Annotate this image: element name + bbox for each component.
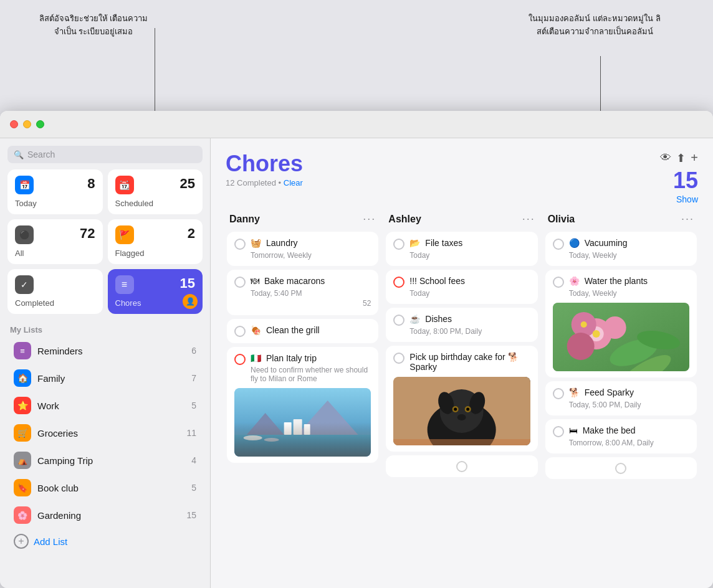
task-emoji-sparky: 🐕 [569, 387, 580, 397]
chores-count: 15 [180, 275, 195, 292]
task-subtitle-macarons: Today, 5:40 PM [234, 289, 371, 298]
smart-card-all[interactable]: ⚫ 72 All [7, 219, 103, 264]
add-list-label: Add List [34, 536, 67, 547]
task-circle-grill[interactable] [234, 326, 246, 337]
smart-card-flagged[interactable]: 🚩 2 Flagged [108, 219, 203, 264]
svg-rect-0 [234, 388, 371, 457]
close-button[interactable] [10, 120, 18, 128]
add-list-button[interactable]: + Add List [4, 529, 206, 554]
all-label: All [15, 249, 95, 258]
smart-card-completed[interactable]: ✓ Completed [7, 269, 103, 314]
task-bake-macarons[interactable]: 🍽 Bake macarons Today, 5:40 PM 52 [227, 270, 378, 315]
task-dishes[interactable]: ☕ Dishes Today, 8:00 PM, Daily [386, 308, 537, 342]
task-title-cake: Pick up birthday cake for 🐕 Sparky [409, 352, 530, 372]
search-input[interactable]: Search [27, 149, 55, 159]
task-circle-fees[interactable] [393, 277, 404, 288]
today-icon: 📅 [15, 176, 34, 194]
today-label: Today [15, 199, 95, 208]
task-circle-sparky[interactable] [553, 388, 564, 399]
sidebar-item-camping[interactable]: ⛺ Camping Trip 4 [4, 447, 206, 474]
task-plan-italy[interactable]: 🇮🇹 Plan Italy trip Need to confirm wheth… [227, 347, 378, 463]
today-count: 8 [87, 176, 95, 192]
column-ashley-menu[interactable]: ··· [522, 212, 535, 225]
work-count: 5 [191, 401, 196, 410]
show-button[interactable]: Show [676, 194, 698, 204]
search-bar[interactable]: 🔍 Search [7, 146, 203, 163]
sidebar-item-work[interactable]: ⭐ Work 5 [4, 392, 206, 419]
task-subtitle-fees: Today [393, 289, 530, 298]
sidebar: 🔍 Search 📅 8 Today [0, 138, 211, 588]
task-circle-plants[interactable] [553, 277, 564, 288]
task-subtitle-dishes: Today, 8:00 PM, Daily [393, 327, 530, 336]
smart-card-chores[interactable]: ≡ 15 Chores 👤 [108, 269, 203, 314]
groceries-label: Groceries [37, 428, 180, 439]
column-olivia-menu[interactable]: ··· [681, 212, 694, 225]
task-birthday-cake[interactable]: Pick up birthday cake for 🐕 Sparky [386, 346, 537, 452]
minimize-button[interactable] [23, 120, 31, 128]
person-circle-icon[interactable]: 👁 [660, 151, 671, 164]
task-circle-vacuum[interactable] [553, 239, 564, 250]
annotation-right: ในมุมมองคอลัมน์ แต่ละหมวดหมู่ใน ลิสต์เตื… [526, 12, 663, 39]
task-circle-dishes[interactable] [393, 315, 404, 326]
task-emoji-bed: 🛏 [569, 425, 578, 435]
family-label: Family [37, 373, 185, 384]
scheduled-icon: 📆 [115, 176, 134, 194]
sidebar-item-bookclub[interactable]: 🔖 Book club 5 [4, 474, 206, 501]
share-icon[interactable]: ⬆ [676, 151, 686, 165]
sidebar-item-reminders[interactable]: ≡ Reminders 6 [4, 337, 206, 364]
task-file-taxes[interactable]: 📂 File taxes Today [386, 232, 537, 266]
task-title-plants: Water the plants [585, 276, 689, 286]
column-danny-name: Danny [229, 214, 260, 225]
task-add-olivia[interactable] [545, 457, 697, 479]
add-task-circle-ashley[interactable] [456, 461, 467, 472]
main-content: Chores 12 Completed • Clear 👁 ⬆ + [211, 138, 713, 588]
task-make-bed[interactable]: 🛏 Make the bed Tomorrow, 8:00 AM, Daily [545, 419, 697, 453]
task-water-plants[interactable]: 🌸 Water the plants Today, Weekly [545, 270, 697, 377]
task-subtitle-plants: Today, Weekly [553, 289, 689, 298]
sidebar-item-gardening[interactable]: 🌸 Gardening 15 [4, 501, 206, 529]
svg-point-25 [567, 333, 594, 360]
add-icon[interactable]: + [691, 151, 698, 165]
task-laundry[interactable]: 🧺 Laundry Tomorrow, Weekly [227, 232, 378, 266]
add-task-circle-olivia[interactable] [615, 463, 626, 474]
camping-count: 4 [191, 455, 196, 465]
scheduled-count: 25 [180, 176, 195, 192]
clear-link[interactable]: Clear [284, 178, 303, 187]
task-vacuuming[interactable]: 🔵 Vacuuming Today, Weekly [545, 232, 697, 266]
flower-photo [553, 303, 689, 371]
title-bar [0, 111, 713, 138]
column-danny-menu[interactable]: ··· [363, 212, 376, 225]
task-subtitle-bed: Tomorrow, 8:00 AM, Daily [553, 439, 689, 447]
task-emoji-taxes: 📂 [409, 238, 420, 248]
gardening-icon: 🌸 [14, 506, 31, 524]
column-ashley: Ashley ··· 📂 File taxes Today [386, 212, 537, 576]
svg-point-26 [592, 330, 600, 338]
dog-photo [393, 377, 530, 445]
task-circle-italy[interactable] [234, 354, 246, 365]
task-circle-macarons[interactable] [234, 277, 246, 288]
task-circle-taxes[interactable] [393, 239, 404, 250]
bookclub-icon: 🔖 [14, 479, 31, 496]
task-title-dishes: Dishes [425, 314, 530, 324]
task-clean-grill[interactable]: 🍖 Clean the grill [227, 319, 378, 343]
content-subtitle: 12 Completed • Clear [226, 178, 303, 187]
svg-rect-3 [234, 435, 371, 457]
sidebar-item-family[interactable]: 🏠 Family 7 [4, 364, 206, 392]
task-circle-cake[interactable] [393, 353, 404, 364]
task-circle-laundry[interactable] [234, 239, 246, 250]
task-circle-bed[interactable] [553, 426, 564, 437]
maximize-button[interactable] [36, 120, 44, 128]
task-feed-sparky[interactable]: 🐕 Feed Sparky Today, 5:00 PM, Daily [545, 381, 697, 415]
task-add-ashley[interactable] [386, 455, 537, 477]
family-count: 7 [191, 373, 196, 383]
chores-avatar: 👤 [183, 294, 198, 309]
smart-card-today[interactable]: 📅 8 Today [7, 169, 103, 214]
annotation-line-right-v [600, 56, 601, 112]
task-school-fees[interactable]: !!! School fees Today [386, 270, 537, 304]
svg-point-16 [454, 408, 457, 411]
smart-card-scheduled[interactable]: 📆 25 Scheduled [108, 169, 203, 214]
task-title-fees: !!! School fees [409, 276, 530, 286]
svg-point-24 [603, 316, 626, 339]
app-window: 🔍 Search 📅 8 Today [0, 111, 713, 588]
sidebar-item-groceries[interactable]: 🛒 Groceries 11 [4, 419, 206, 447]
